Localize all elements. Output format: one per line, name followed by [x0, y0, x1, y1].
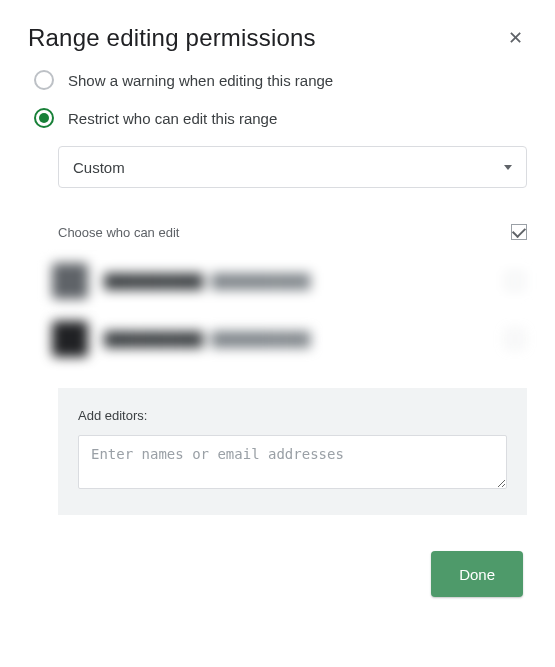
- restriction-dropdown[interactable]: Custom: [58, 146, 527, 188]
- permissions-dialog: Range editing permissions ✕ Show a warni…: [0, 0, 555, 621]
- choose-editors-header: Choose who can edit: [58, 224, 527, 240]
- choose-editors-label: Choose who can edit: [58, 225, 179, 240]
- dropdown-selected: Custom: [73, 159, 125, 176]
- avatar: [52, 263, 88, 299]
- add-editors-label: Add editors:: [78, 408, 507, 423]
- permission-mode-group: Show a warning when editing this range R…: [34, 70, 527, 128]
- radio-restrict[interactable]: Restrict who can edit this range: [34, 108, 527, 128]
- radio-icon-selected: [34, 108, 54, 128]
- radio-inner-dot: [39, 113, 49, 123]
- radio-show-warning[interactable]: Show a warning when editing this range: [34, 70, 527, 90]
- radio-label: Restrict who can edit this range: [68, 110, 277, 127]
- add-editors-input[interactable]: [78, 435, 507, 489]
- list-item[interactable]: ██████████ ██████████: [44, 252, 535, 310]
- close-button[interactable]: ✕: [503, 26, 527, 50]
- dialog-header: Range editing permissions ✕: [28, 24, 527, 52]
- user-checkbox[interactable]: [507, 331, 523, 347]
- add-editors-panel: Add editors:: [58, 388, 527, 515]
- restriction-select-row: Custom: [58, 146, 527, 188]
- radio-label: Show a warning when editing this range: [68, 72, 333, 89]
- list-item[interactable]: ██████████ ██████████: [44, 310, 535, 368]
- done-button[interactable]: Done: [431, 551, 523, 597]
- dialog-title: Range editing permissions: [28, 24, 316, 52]
- avatar: [52, 321, 88, 357]
- user-name: ██████████: [104, 331, 203, 347]
- close-icon: ✕: [508, 27, 523, 49]
- chevron-down-icon: [504, 165, 512, 170]
- dialog-footer: Done: [28, 551, 527, 597]
- user-name: ██████████: [104, 273, 203, 289]
- user-email: ██████████: [211, 273, 310, 289]
- user-email: ██████████: [211, 331, 310, 347]
- radio-icon: [34, 70, 54, 90]
- editors-list: ██████████ ██████████ ██████████ ███████…: [44, 252, 535, 368]
- user-checkbox[interactable]: [507, 273, 523, 289]
- select-all-checkbox[interactable]: [511, 224, 527, 240]
